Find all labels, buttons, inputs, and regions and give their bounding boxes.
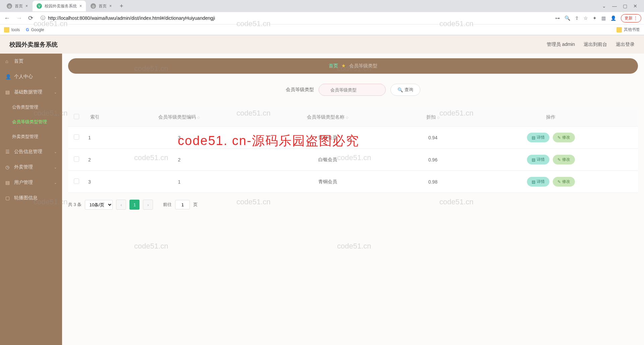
reload-button[interactable]: ⟳ <box>27 13 35 23</box>
edit-button[interactable]: ✎ 修改 <box>553 155 575 164</box>
goto-prefix: 前往 <box>163 202 172 208</box>
tab-title: 首页 <box>99 3 107 9</box>
sidepanel-icon[interactable]: ▥ <box>601 15 606 21</box>
browser-tab-0[interactable]: ◎ 首页 × <box>3 1 32 11</box>
dropdown-icon[interactable]: ⌄ <box>602 3 606 9</box>
prev-page-button[interactable]: ‹ <box>116 200 126 210</box>
tab-title: 校园外卖服务系统 <box>45 3 77 9</box>
cell-name: 白银会员 <box>254 149 402 171</box>
sort-icon: ◇ <box>197 117 200 119</box>
close-icon[interactable]: × <box>25 4 28 8</box>
user-label[interactable]: 管理员 admin <box>547 42 575 48</box>
app-title: 校园外卖服务系统 <box>9 41 58 49</box>
sidebar-item-basic-data[interactable]: ▤ 基础数据管理 ⌄ <box>0 84 62 100</box>
goto-page-input[interactable] <box>175 200 190 209</box>
next-page-button[interactable]: › <box>143 200 153 210</box>
browser-tab-2[interactable]: ◎ 首页 × <box>87 1 116 11</box>
cell-actions: ▤ 详情 ✎ 修改 <box>464 149 638 171</box>
window-controls: ⌄ — ▢ ✕ <box>602 3 641 9</box>
cell-discount: 0.96 <box>402 149 464 171</box>
address-bar: ← → ⟳ ⓘ http://localhost:8080/waimaifuwu… <box>0 12 644 24</box>
edit-button[interactable]: ✎ 修改 <box>553 177 575 187</box>
bookmark-other[interactable]: 其他书签 <box>616 27 640 32</box>
url-field[interactable]: ⓘ http://localhost:8080/waimaifuwu/admin… <box>38 15 552 21</box>
cell-code: 1 <box>105 171 254 193</box>
col-name[interactable]: 会员等级类型名称◇ <box>254 108 402 127</box>
sidebar-sub-delivery-type[interactable]: 外卖类型管理 <box>0 129 62 144</box>
data-table: 索引 会员等级类型编码◇ 会员等级类型名称◇ 折扣◇ 操作 1 3 黄金会员 0… <box>68 108 638 193</box>
cell-name: 黄金会员 <box>254 127 402 149</box>
list-icon: ☰ <box>5 149 11 154</box>
list-icon: ▤ <box>532 180 535 184</box>
data-icon: ▤ <box>5 89 11 95</box>
chevron-down-icon: ⌄ <box>54 165 57 169</box>
bookmark-tools[interactable]: tools <box>4 27 20 32</box>
search-icon: 🔍 <box>397 87 403 92</box>
maximize-icon[interactable]: ▢ <box>623 3 627 9</box>
browser-chrome: ◎ 首页 × V 校园外卖服务系统 × ◎ 首页 × + ⌄ — ▢ ✕ ← →… <box>0 0 644 35</box>
search-label: 会员等级类型 <box>286 87 314 93</box>
star-icon[interactable]: ☆ <box>584 15 588 21</box>
google-icon: G <box>26 27 29 32</box>
search-button[interactable]: 🔍 查询 <box>390 84 420 96</box>
page-1-button[interactable]: 1 <box>129 200 140 210</box>
extensions-icon[interactable]: ✦ <box>593 15 597 21</box>
update-button[interactable]: 更新 ⋮ <box>621 14 641 22</box>
col-index: 索引 <box>85 108 105 127</box>
detail-button[interactable]: ▤ 详情 <box>527 133 549 142</box>
row-checkbox[interactable] <box>74 156 79 162</box>
back-button[interactable]: ← <box>3 13 11 23</box>
table-row: 3 1 青铜会员 0.98 ▤ 详情 ✎ 修改 <box>68 171 638 193</box>
sidebar-item-carousel[interactable]: ▢ 轮播图信息 <box>0 190 62 206</box>
close-icon[interactable]: × <box>79 4 82 8</box>
bookmark-google[interactable]: G Google <box>26 27 44 32</box>
col-discount[interactable]: 折扣◇ <box>402 108 464 127</box>
sort-icon: ◇ <box>437 117 440 119</box>
row-checkbox[interactable] <box>74 134 79 140</box>
sidebar-item-delivery[interactable]: ◷ 外卖管理 ⌄ <box>0 159 62 175</box>
bookmark-bar: tools G Google 其他书签 <box>0 24 644 35</box>
share-icon[interactable]: ⇪ <box>575 15 579 21</box>
profile-icon[interactable]: 👤 <box>610 15 616 21</box>
url-text: http://localhost:8080/waimaifuwu/admin/d… <box>48 15 215 21</box>
table-row: 2 2 白银会员 0.96 ▤ 详情 ✎ 修改 <box>68 149 638 171</box>
cell-index: 3 <box>85 171 105 193</box>
select-all-checkbox[interactable] <box>74 114 79 119</box>
sidebar-item-user[interactable]: ▤ 用户管理 ⌄ <box>0 175 62 190</box>
chevron-down-icon: ⌄ <box>54 181 57 185</box>
breadcrumb: 首页 ★ 会员等级类型 <box>68 58 638 74</box>
col-code[interactable]: 会员等级类型编码◇ <box>105 108 254 127</box>
browser-tab-1[interactable]: V 校园外卖服务系统 × <box>33 1 86 11</box>
sidebar-item-home[interactable]: ⌂ 首页 <box>0 54 62 69</box>
edit-icon: ✎ <box>557 157 561 162</box>
search-input[interactable] <box>319 84 386 96</box>
zoom-icon[interactable]: 🔍 <box>565 15 570 21</box>
cell-actions: ▤ 详情 ✎ 修改 <box>464 127 638 149</box>
new-tab-button[interactable]: + <box>116 3 127 10</box>
detail-button[interactable]: ▤ 详情 <box>527 177 549 187</box>
pagination: 共 3 条 10条/页 ‹ 1 › 前往 页 <box>68 200 638 210</box>
goto-suffix: 页 <box>193 202 198 208</box>
logout-front-button[interactable]: 退出到前台 <box>584 42 607 48</box>
close-icon[interactable]: × <box>109 4 112 8</box>
image-icon: ▢ <box>5 195 11 201</box>
key-icon[interactable]: ⊶ <box>555 15 560 21</box>
sidebar-sub-member-level[interactable]: 会员等级类型管理 <box>0 115 62 129</box>
per-page-select[interactable]: 10条/页 <box>85 200 113 210</box>
row-checkbox[interactable] <box>74 179 79 184</box>
logout-button[interactable]: 退出登录 <box>616 42 635 48</box>
close-window-icon[interactable]: ✕ <box>633 3 637 9</box>
sidebar-sub-announce-type[interactable]: 公告类型管理 <box>0 100 62 115</box>
list-icon: ▤ <box>532 135 535 140</box>
breadcrumb-home[interactable]: 首页 <box>329 63 338 68</box>
sidebar-item-announcement[interactable]: ☰ 公告信息管理 ⌄ <box>0 144 62 159</box>
tab-title: 首页 <box>15 3 23 9</box>
detail-button[interactable]: ▤ 详情 <box>527 155 549 164</box>
tab-bar: ◎ 首页 × V 校园外卖服务系统 × ◎ 首页 × + ⌄ — ▢ ✕ <box>0 0 644 12</box>
forward-button[interactable]: → <box>15 13 23 23</box>
minimize-icon[interactable]: — <box>612 3 617 9</box>
cell-index: 1 <box>85 127 105 149</box>
home-icon: ⌂ <box>5 59 11 64</box>
edit-button[interactable]: ✎ 修改 <box>553 133 575 142</box>
sidebar-item-personal[interactable]: 👤 个人中心 ⌄ <box>0 69 62 84</box>
